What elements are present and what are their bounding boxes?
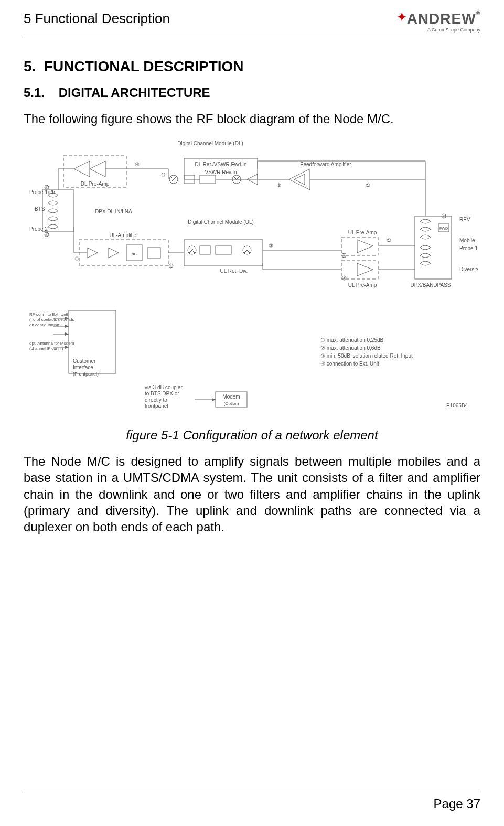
svg-text:②: ② bbox=[276, 183, 281, 188]
svg-text:③: ③ bbox=[160, 172, 165, 178]
svg-text:Interface: Interface bbox=[73, 364, 93, 370]
svg-text:①: ① bbox=[386, 238, 391, 243]
logo: ✦ANDREW® A CommScope Company bbox=[397, 10, 480, 33]
svg-text:④: ④ bbox=[442, 214, 445, 218]
svg-text:E1065B4: E1065B4 bbox=[446, 403, 468, 409]
svg-text:④: ④ bbox=[169, 264, 173, 268]
svg-rect-59 bbox=[216, 246, 231, 254]
svg-text:BTS: BTS bbox=[35, 206, 45, 212]
svg-text:REV: REV bbox=[459, 217, 470, 222]
section-heading: 5. FUNCTIONAL DESCRIPTION bbox=[24, 58, 480, 75]
page: 5 Functional Description ✦ANDREW® A Comm… bbox=[0, 0, 504, 826]
page-footer: Page 37 bbox=[24, 792, 480, 811]
svg-text:Probe 1a/b: Probe 1a/b bbox=[29, 189, 55, 195]
svg-text:UL Pre-Amp: UL Pre-Amp bbox=[348, 230, 377, 235]
subsection-title: DIGITAL ARCHITECTURE bbox=[59, 85, 210, 100]
svg-text:Digital Channel Module (UL): Digital Channel Module (UL) bbox=[188, 219, 254, 225]
svg-text:①  max. attenuation 0,25dB: ① max. attenuation 0,25dB bbox=[320, 337, 384, 343]
svg-text:④  connection to Ext. Unit: ④ connection to Ext. Unit bbox=[320, 361, 379, 367]
svg-text:(Frontpanel): (Frontpanel) bbox=[73, 371, 99, 377]
svg-text:on configuration): on configuration) bbox=[29, 323, 61, 327]
svg-text:①: ① bbox=[365, 183, 370, 188]
svg-text:RF conn. to Ext. Unit: RF conn. to Ext. Unit bbox=[29, 312, 69, 317]
svg-text:②  max. attenuation 0,6dB: ② max. attenuation 0,6dB bbox=[320, 345, 381, 351]
running-title: 5 Functional Description bbox=[24, 10, 170, 27]
svg-marker-80 bbox=[357, 240, 373, 253]
subsection-heading: 5.1. DIGITAL ARCHITECTURE bbox=[24, 85, 480, 100]
logo-text: ANDREW bbox=[407, 10, 476, 27]
svg-marker-23 bbox=[289, 169, 310, 190]
svg-rect-47 bbox=[147, 248, 160, 258]
intro-paragraph: The following figure shows the RF block … bbox=[24, 111, 480, 127]
svg-text:④: ④ bbox=[342, 254, 346, 258]
svg-rect-41 bbox=[79, 240, 168, 266]
logo-subtitle: A CommScope Company bbox=[397, 27, 480, 33]
svg-text:VSWR Rev.In: VSWR Rev.In bbox=[205, 169, 237, 175]
svg-marker-2 bbox=[74, 161, 90, 177]
svg-text:opt. Antenna for Modem: opt. Antenna for Modem bbox=[29, 341, 74, 346]
svg-text:to BTS DPX or: to BTS DPX or bbox=[145, 391, 179, 396]
block-diagram-svg: .thin { stroke:#666; stroke-width:1; fil… bbox=[27, 137, 478, 421]
svg-text:FWD: FWD bbox=[439, 227, 448, 230]
body-paragraph: The Node M/C is designed to amplify sign… bbox=[24, 453, 480, 535]
svg-text:Modem: Modem bbox=[222, 394, 240, 400]
svg-text:③: ③ bbox=[268, 243, 273, 249]
svg-text:③  min. 50dB isolation related: ③ min. 50dB isolation related Ret. Input bbox=[320, 353, 413, 359]
svg-rect-94 bbox=[69, 310, 116, 373]
logo-name: ✦ANDREW® bbox=[397, 10, 480, 27]
svg-text:Probe 2: Probe 2 bbox=[29, 226, 48, 232]
logo-star-icon: ✦ bbox=[397, 10, 407, 24]
svg-text:DPX/BANDPASS: DPX/BANDPASS bbox=[410, 282, 451, 288]
subsection-number: 5.1. bbox=[24, 85, 45, 100]
svg-marker-44 bbox=[108, 248, 119, 258]
svg-text:(Option): (Option) bbox=[223, 401, 239, 406]
svg-text:Diversity: Diversity bbox=[459, 266, 478, 272]
svg-text:①: ① bbox=[74, 256, 79, 262]
svg-text:via 3 dB coupler: via 3 dB coupler bbox=[145, 384, 183, 390]
svg-text:DPX DL IN/LNA: DPX DL IN/LNA bbox=[95, 209, 132, 214]
svg-text:④: ④ bbox=[134, 162, 139, 167]
svg-text:directly to: directly to bbox=[145, 397, 167, 403]
svg-rect-12 bbox=[200, 175, 216, 184]
svg-text:Probe 1: Probe 1 bbox=[459, 245, 478, 251]
svg-text:④: ④ bbox=[45, 186, 48, 189]
figure-caption: figure 5-1 Configuration of a network el… bbox=[24, 428, 480, 443]
svg-text:(no of contacts depends: (no of contacts depends bbox=[29, 317, 74, 322]
section-title: FUNCTIONAL DESCRIPTION bbox=[44, 58, 244, 74]
section-number: 5. bbox=[24, 58, 36, 74]
page-number: Page 37 bbox=[434, 797, 480, 811]
svg-text:DL Ret./VSWR Fwd.In: DL Ret./VSWR Fwd.In bbox=[195, 162, 246, 167]
page-header: 5 Functional Description ✦ANDREW® A Comm… bbox=[24, 10, 480, 37]
svg-text:frontpanel: frontpanel bbox=[145, 403, 168, 409]
svg-text:(channel IF conn.): (channel IF conn.) bbox=[29, 346, 63, 351]
svg-marker-3 bbox=[90, 161, 105, 177]
svg-text:④: ④ bbox=[45, 233, 48, 237]
svg-text:UL Pre-Amp: UL Pre-Amp bbox=[348, 282, 377, 288]
svg-text:dB: dB bbox=[132, 252, 137, 256]
figure: .thin { stroke:#666; stroke-width:1; fil… bbox=[24, 137, 480, 423]
svg-text:UL-Amplifier: UL-Amplifier bbox=[109, 232, 138, 238]
svg-text:Mobile: Mobile bbox=[459, 238, 475, 243]
svg-text:Digital Channel Module (DL): Digital Channel Module (DL) bbox=[177, 141, 243, 146]
svg-marker-87 bbox=[357, 263, 373, 276]
svg-text:DL Pre-Amp: DL Pre-Amp bbox=[80, 181, 109, 187]
svg-text:Customer: Customer bbox=[73, 358, 96, 364]
svg-text:Feedforward Amplifier: Feedforward Amplifier bbox=[300, 162, 351, 167]
svg-marker-43 bbox=[87, 248, 98, 258]
svg-text:UL Ret. Div.: UL Ret. Div. bbox=[220, 268, 248, 274]
svg-text:④: ④ bbox=[342, 276, 346, 280]
